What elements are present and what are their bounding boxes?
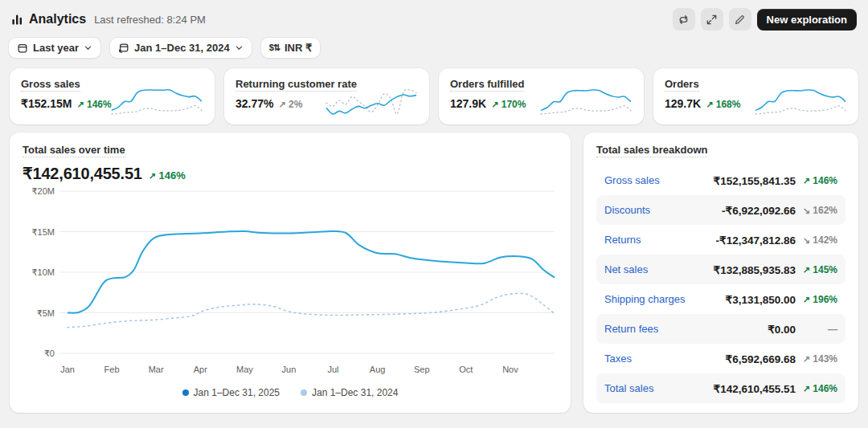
row-delta: ↗ 146% xyxy=(796,383,837,394)
row-delta: ↗ 145% xyxy=(796,264,837,275)
table-row-net-sales: Net sales ₹132,885,935.83 ↗ 145% xyxy=(596,255,845,284)
chart-total-value: ₹142,610,455.51 xyxy=(23,164,142,183)
kpi-delta: ↗ 170% xyxy=(491,99,526,110)
row-link[interactable]: Discounts xyxy=(604,204,650,216)
row-delta: ↗ 196% xyxy=(796,294,837,305)
row-value: -₹6,922,092.66 xyxy=(722,204,796,217)
kpi-title[interactable]: Orders fulfilled xyxy=(450,78,524,92)
chart-title[interactable]: Total sales over time xyxy=(23,144,125,157)
edit-pencil-button[interactable] xyxy=(729,8,751,31)
analytics-bar-chart-icon xyxy=(11,14,23,26)
row-value: -₹12,347,812.86 xyxy=(716,234,796,247)
currency-selector-chip[interactable]: $⇅ INR ₹ xyxy=(260,37,321,59)
kpi-sparkline xyxy=(538,87,634,117)
svg-text:Oct: Oct xyxy=(459,365,473,374)
calendar-icon xyxy=(17,43,28,54)
legend-label: Jan 1–Dec 31, 2025 xyxy=(194,387,280,398)
page-title: Analytics xyxy=(29,12,86,26)
kpi-value: ₹152.15M xyxy=(21,97,72,110)
svg-text:₹5M: ₹5M xyxy=(37,308,55,318)
table-row-gross-sales: Gross sales ₹152,155,841.35 ↗ 146% xyxy=(596,165,845,195)
legend-dot-2025 xyxy=(182,389,189,396)
svg-text:May: May xyxy=(236,365,253,374)
legend-item-current-period[interactable]: Jan 1–Dec 31, 2025 xyxy=(182,387,280,398)
table-row-taxes: Taxes ₹6,592,669.68 ↗ 143% xyxy=(596,344,845,373)
row-link[interactable]: Net sales xyxy=(604,263,648,275)
row-delta: ↘ 162% xyxy=(796,205,837,216)
kpi-delta: ↗ 2% xyxy=(278,99,302,110)
row-link[interactable]: Returns xyxy=(604,234,641,246)
page-header: Analytics Last refreshed: 8:24 PM New ex… xyxy=(0,0,868,32)
kpi-value: 32.77% xyxy=(235,97,273,110)
currency-label: INR ₹ xyxy=(285,42,312,54)
kpi-sparkline xyxy=(323,87,420,117)
kpi-title[interactable]: Gross sales xyxy=(21,78,80,92)
table-row-discounts: Discounts -₹6,922,092.66 ↘ 162% xyxy=(596,195,845,225)
date-range-label: Jan 1–Dec 31, 2024 xyxy=(134,42,230,54)
filter-bar: Last year Jan 1–Dec 31, 2024 $⇅ INR ₹ xyxy=(0,32,868,67)
svg-text:Nov: Nov xyxy=(502,365,518,374)
table-row-total-sales: Total sales ₹142,610,455.51 ↗ 146% xyxy=(596,373,845,403)
row-link[interactable]: Shipping charges xyxy=(604,293,685,305)
row-delta: ↗ 143% xyxy=(796,353,837,365)
row-link[interactable]: Taxes xyxy=(604,353,632,365)
svg-text:Aug: Aug xyxy=(370,365,386,374)
calendar-compare-icon xyxy=(118,43,129,54)
kpi-card-row: Gross sales ₹152.15M ↗ 146% Returning cu… xyxy=(0,67,868,129)
total-sales-line-chart[interactable]: ₹20M₹15M₹10M₹5M₹0JanFebMarAprMayJunJulAu… xyxy=(23,183,558,384)
row-value: ₹142,610,455.51 xyxy=(714,382,796,395)
svg-text:Jun: Jun xyxy=(282,365,297,374)
kpi-sparkline xyxy=(752,87,849,117)
header-actions: New exploration xyxy=(673,8,857,31)
svg-text:₹10M: ₹10M xyxy=(32,267,55,277)
chevron-down-icon xyxy=(84,43,92,52)
row-link[interactable]: Gross sales xyxy=(604,174,660,186)
kpi-value: 129.7K xyxy=(665,97,701,110)
row-value: ₹152,155,841.35 xyxy=(714,174,796,187)
kpi-title[interactable]: Orders xyxy=(665,78,699,92)
total-sales-breakdown-card: Total sales breakdown Gross sales ₹152,1… xyxy=(583,132,858,413)
kpi-card-gross-sales: Gross sales ₹152.15M ↗ 146% xyxy=(10,68,215,124)
chart-delta: ↗ 146% xyxy=(149,169,186,181)
period-filter-label: Last year xyxy=(33,42,79,54)
last-refreshed-text: Last refreshed: 8:24 PM xyxy=(94,14,206,26)
kpi-value: 127.9K xyxy=(450,97,486,110)
kpi-card-returning-customer-rate: Returning customer rate 32.77% ↗ 2% xyxy=(224,68,429,124)
expand-button[interactable] xyxy=(701,8,723,31)
breakdown-table: Gross sales ₹152,155,841.35 ↗ 146% Disco… xyxy=(596,165,845,403)
svg-text:Sep: Sep xyxy=(414,365,430,374)
table-row-returns: Returns -₹12,347,812.86 ↘ 142% xyxy=(596,225,845,255)
table-row-shipping-charges: Shipping charges ₹3,131,850.00 ↗ 196% xyxy=(596,284,845,314)
row-delta: ↗ 146% xyxy=(796,175,837,186)
period-filter-chip[interactable]: Last year xyxy=(8,37,101,59)
svg-text:Mar: Mar xyxy=(149,365,164,374)
kpi-delta: ↗ 146% xyxy=(76,99,111,110)
row-value: ₹0.00 xyxy=(768,323,796,336)
kpi-card-orders: Orders 129.7K ↗ 168% xyxy=(653,68,858,124)
svg-text:₹0: ₹0 xyxy=(44,349,55,358)
date-range-compare-chip[interactable]: Jan 1–Dec 31, 2024 xyxy=(109,37,252,59)
new-exploration-button[interactable]: New exploration xyxy=(757,9,857,31)
legend-label: Jan 1–Dec 31, 2024 xyxy=(312,387,398,398)
svg-text:₹15M: ₹15M xyxy=(32,227,55,237)
svg-text:Jan: Jan xyxy=(60,365,75,374)
table-row-return-fees: Return fees ₹0.00 — xyxy=(596,314,845,344)
currency-swap-icon: $⇅ xyxy=(269,43,280,53)
legend-dot-2024 xyxy=(301,389,307,396)
total-sales-chart-card: Total sales over time ₹142,610,455.51 ↗ … xyxy=(10,132,571,413)
kpi-card-orders-fulfilled: Orders fulfilled 127.9K ↗ 170% xyxy=(439,68,644,124)
refresh-button[interactable] xyxy=(673,8,695,31)
chevron-down-icon xyxy=(235,43,244,52)
kpi-sparkline xyxy=(108,87,205,117)
main-content-row: Total sales over time ₹142,610,455.51 ↗ … xyxy=(0,129,868,422)
svg-text:Apr: Apr xyxy=(194,365,207,374)
row-link[interactable]: Return fees xyxy=(604,323,658,335)
row-delta: ↘ 142% xyxy=(796,234,837,246)
row-link[interactable]: Total sales xyxy=(604,382,653,394)
svg-text:Jul: Jul xyxy=(328,365,339,374)
svg-text:₹20M: ₹20M xyxy=(32,186,55,196)
chart-legend: Jan 1–Dec 31, 2025 Jan 1–Dec 31, 2024 xyxy=(23,387,558,398)
legend-item-previous-period[interactable]: Jan 1–Dec 31, 2024 xyxy=(301,387,398,398)
row-value: ₹6,592,669.68 xyxy=(726,353,796,365)
breakdown-title[interactable]: Total sales breakdown xyxy=(596,144,707,157)
